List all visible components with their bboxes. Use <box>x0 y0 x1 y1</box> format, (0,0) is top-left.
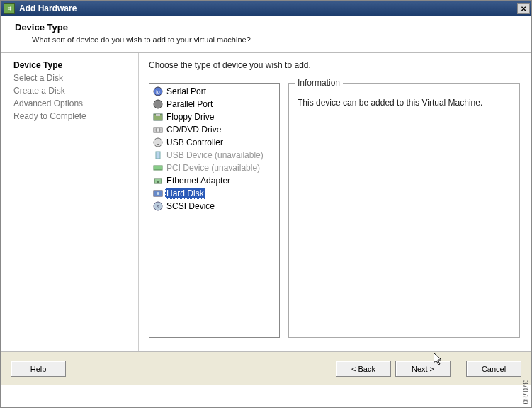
svg-rect-10 <box>154 166 162 170</box>
svg-rect-12 <box>157 181 159 183</box>
device-label: Parallel Port <box>165 98 214 110</box>
svg-point-14 <box>157 192 159 195</box>
cancel-button[interactable]: Cancel <box>466 361 521 377</box>
svg-text:S: S <box>157 205 159 209</box>
ethernet-adapter-icon <box>152 175 164 186</box>
information-legend: Information <box>295 78 343 88</box>
scsi-device-icon: S <box>152 200 164 212</box>
serial-port-icon: io <box>152 86 164 97</box>
svg-rect-9 <box>156 152 160 159</box>
device-usb-controller[interactable]: U USB Controller <box>149 136 279 149</box>
device-cd-dvd-drive[interactable]: CD/DVD Drive <box>149 123 279 136</box>
usb-device-icon <box>152 149 164 161</box>
back-button[interactable]: < Back <box>336 361 391 377</box>
window-title: Add Hardware <box>19 4 517 13</box>
device-type-list[interactable]: io Serial Port Parallel Port Floppy Driv… <box>149 83 280 338</box>
svg-rect-4 <box>156 114 160 116</box>
device-ethernet-adapter[interactable]: Ethernet Adapter <box>149 174 279 187</box>
usb-controller-icon: U <box>152 137 164 148</box>
information-text: This device can be added to this Virtual… <box>298 98 511 108</box>
device-label: CD/DVD Drive <box>165 124 222 135</box>
svg-point-2 <box>154 100 162 108</box>
wizard-body: Device Type Select a Disk Create a Disk … <box>1 53 531 351</box>
page-title: Device Type <box>15 22 523 33</box>
help-button[interactable]: Help <box>11 361 66 377</box>
wizard-steps: Device Type Select a Disk Create a Disk … <box>1 53 139 351</box>
page-subtitle: What sort of device do you wish to add t… <box>32 35 523 44</box>
device-serial-port[interactable]: io Serial Port <box>149 85 279 98</box>
device-label: Serial Port <box>165 86 208 97</box>
device-usb-device[interactable]: USB Device (unavailable) <box>149 149 279 162</box>
svg-point-6 <box>156 128 160 132</box>
svg-text:U: U <box>157 141 159 145</box>
device-label: PCI Device (unavailable) <box>165 162 261 174</box>
parallel-port-icon <box>152 98 164 110</box>
device-label: USB Device (unavailable) <box>165 149 265 161</box>
device-label: Ethernet Adapter <box>165 175 232 186</box>
device-pci-device[interactable]: PCI Device (unavailable) <box>149 162 279 174</box>
device-parallel-port[interactable]: Parallel Port <box>149 98 279 110</box>
device-scsi-device[interactable]: S SCSI Device <box>149 200 279 212</box>
next-button[interactable]: Next > <box>395 361 451 377</box>
instruction-text: Choose the type of device you wish to ad… <box>149 60 520 70</box>
close-button[interactable]: ✕ <box>517 3 530 14</box>
device-floppy-drive[interactable]: Floppy Drive <box>149 110 279 123</box>
step-device-type[interactable]: Device Type <box>13 60 131 70</box>
step-ready-to-complete[interactable]: Ready to Complete <box>13 111 131 121</box>
wizard-content: Choose the type of device you wish to ad… <box>139 53 531 351</box>
floppy-drive-icon <box>152 111 164 123</box>
svg-text:io: io <box>156 89 160 94</box>
device-label: Hard Disk <box>165 188 205 199</box>
hard-disk-icon <box>152 188 164 199</box>
device-label: SCSI Device <box>165 200 216 212</box>
information-panel: Information This device can be added to … <box>288 83 520 338</box>
device-label: Floppy Drive <box>165 111 215 123</box>
step-select-a-disk[interactable]: Select a Disk <box>13 73 131 83</box>
titlebar: ⌗ Add Hardware ✕ <box>1 1 531 16</box>
device-hard-disk[interactable]: Hard Disk <box>149 187 279 200</box>
app-icon: ⌗ <box>4 3 15 14</box>
image-id-label: 370780 <box>521 380 529 404</box>
cd-dvd-drive-icon <box>152 124 164 135</box>
wizard-button-bar: Help < Back Next > Cancel <box>1 351 531 385</box>
step-advanced-options[interactable]: Advanced Options <box>13 98 131 108</box>
device-label: USB Controller <box>165 137 225 148</box>
wizard-header: Device Type What sort of device do you w… <box>1 16 531 52</box>
step-create-a-disk[interactable]: Create a Disk <box>13 86 131 96</box>
pci-device-icon <box>152 162 164 174</box>
